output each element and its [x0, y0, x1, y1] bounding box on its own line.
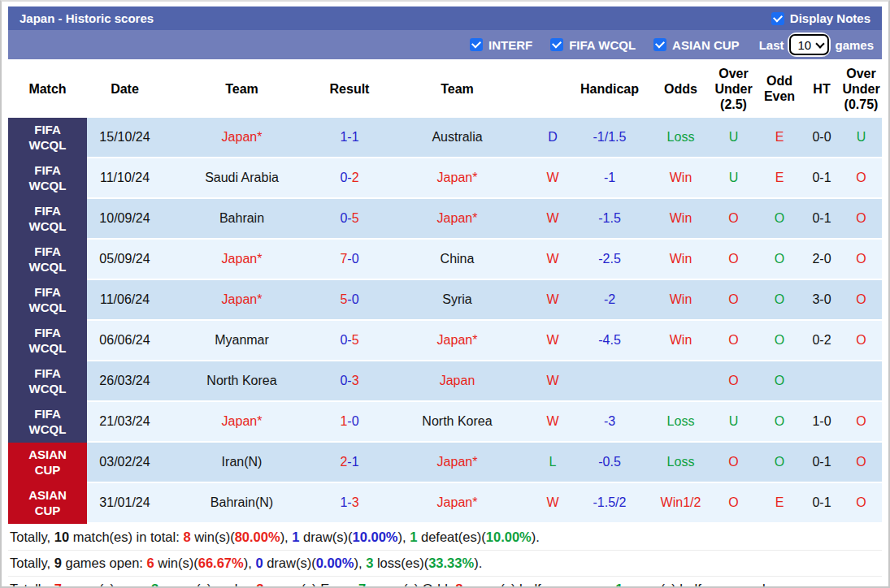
- text-segment: -0: [347, 414, 358, 428]
- away-team-cell: Japan*: [378, 442, 536, 482]
- home-team-cell: Japan*: [163, 239, 321, 279]
- interf-label: INTERF: [488, 38, 532, 52]
- text-segment: Japan*: [437, 333, 478, 347]
- text-segment: Japan*: [222, 130, 263, 144]
- text-segment: O: [775, 292, 784, 306]
- asian-cup-checkbox[interactable]: [653, 38, 666, 51]
- handicap-cell: -2.5: [569, 239, 650, 279]
- text-segment: Syria: [442, 292, 471, 306]
- text-segment: game(s) under,: [158, 582, 256, 588]
- text-segment: -3: [604, 414, 615, 428]
- text-segment: O: [728, 333, 738, 347]
- text-segment: O: [856, 252, 866, 266]
- over-under-25-cell: O: [711, 198, 756, 239]
- odds-cell: Loss: [650, 401, 711, 442]
- text-segment: ).: [532, 530, 540, 544]
- text-segment: Japan: [440, 374, 475, 387]
- text-segment: 6: [146, 556, 154, 570]
- handicap-cell: -1/1.5: [569, 118, 650, 158]
- fifa-wcql-checkbox[interactable]: [550, 38, 563, 51]
- text-segment: 5: [340, 292, 347, 306]
- text-segment: E: [775, 171, 784, 184]
- text-segment: North Korea: [422, 414, 492, 428]
- date-cell: 11/06/24: [87, 279, 163, 320]
- match-row: FIFA WCQL11/10/24Saudi Arabia0-2Japan*W-…: [8, 158, 882, 198]
- away-team-cell: Japan*: [378, 320, 536, 361]
- score-cell: 0-5: [321, 320, 378, 361]
- result-letter-cell: L: [536, 442, 569, 482]
- text-segment: Totally,: [10, 530, 54, 544]
- result-letter-cell: W: [536, 279, 569, 320]
- text-segment: 5: [352, 333, 359, 347]
- text-segment: ).: [474, 556, 482, 570]
- col-home-team: Team: [163, 59, 321, 118]
- totals-line: Totally, 7 game(s) over, 3 game(s) under…: [8, 576, 882, 588]
- text-segment: China: [441, 252, 475, 266]
- score-cell: 0-2: [321, 158, 378, 198]
- last-games-select[interactable]: 10: [789, 34, 829, 55]
- text-segment: Japan*: [222, 292, 263, 306]
- header-row: Match Date Team Result Team Handicap Odd…: [8, 59, 882, 118]
- text-segment: Win: [670, 171, 692, 184]
- competition-cell: FIFA WCQL: [8, 361, 87, 401]
- home-team-cell: Myanmar: [163, 320, 321, 361]
- text-segment: Totally,: [10, 556, 54, 570]
- text-segment: O: [728, 292, 738, 306]
- date-cell: 03/02/24: [87, 442, 163, 482]
- text-segment: D: [548, 130, 558, 144]
- odds-cell: Win1/2: [650, 482, 711, 523]
- text-segment: ),: [354, 556, 366, 570]
- text-segment: Win: [670, 292, 692, 306]
- text-segment: 5: [352, 211, 359, 225]
- text-segment: Bahrain(N): [211, 495, 273, 509]
- text-segment: win(s)(: [191, 530, 235, 544]
- text-segment: E: [775, 495, 784, 509]
- table-body: FIFA WCQL15/10/24Japan*1-1AustraliaD-1/1…: [8, 118, 882, 523]
- col-date: Date: [87, 59, 163, 118]
- text-segment: loss(es)(: [373, 556, 428, 570]
- match-row: FIFA WCQL15/10/24Japan*1-1AustraliaD-1/1…: [8, 118, 882, 158]
- text-segment: 7: [54, 582, 62, 588]
- text-segment: W: [546, 333, 558, 347]
- odd-even-cell: E: [756, 158, 803, 198]
- score-cell: 7-0: [321, 239, 378, 279]
- handicap-cell: [569, 361, 650, 401]
- col-result-letter: [536, 59, 569, 118]
- display-notes-checkbox[interactable]: [771, 12, 784, 25]
- text-segment: W: [546, 211, 558, 225]
- text-segment: 10.00%: [353, 530, 398, 544]
- half-time-score-cell: 0-0: [803, 118, 840, 158]
- text-segment: O: [856, 333, 866, 347]
- interf-checkbox[interactable]: [470, 38, 483, 51]
- over-under-25-cell: U: [711, 158, 756, 198]
- odds-cell: Win: [650, 158, 711, 198]
- text-segment: Japan*: [437, 495, 478, 509]
- display-notes-group: Display Notes: [771, 11, 870, 25]
- competition-cell: FIFA WCQL: [8, 239, 87, 279]
- date-cell: 31/01/24: [87, 482, 163, 523]
- text-segment: Loss: [667, 130, 695, 144]
- result-letter-cell: W: [536, 239, 569, 279]
- away-team-cell: North Korea: [378, 401, 536, 442]
- competition-cell: FIFA WCQL: [8, 198, 87, 239]
- text-segment: 0-: [340, 171, 351, 184]
- home-team-cell: Bahrain: [163, 198, 321, 239]
- text-segment: 3: [352, 374, 359, 387]
- text-segment: O: [775, 414, 784, 428]
- text-segment: -1.5/2: [593, 495, 627, 509]
- match-row: FIFA WCQL21/03/24Japan*1-0North KoreaW-3…: [8, 401, 882, 442]
- text-segment: 2: [340, 455, 347, 469]
- fifa-wcql-label: FIFA WCQL: [569, 38, 636, 52]
- match-row: FIFA WCQL11/06/24Japan*5-0SyriaW-2WinOO3…: [8, 279, 882, 320]
- text-segment: 10.00%: [486, 530, 532, 544]
- text-segment: 3: [352, 495, 359, 509]
- last-label: Last: [759, 38, 784, 52]
- text-segment: defeat(es)(: [417, 530, 485, 544]
- text-segment: O: [856, 292, 866, 306]
- games-label: games: [835, 38, 874, 52]
- over-under-075-cell: O: [840, 482, 882, 523]
- text-segment: 33.33%: [428, 556, 474, 570]
- text-segment: U: [857, 130, 866, 144]
- odds-cell: Loss: [650, 118, 711, 158]
- competition-cell: FIFA WCQL: [8, 279, 87, 320]
